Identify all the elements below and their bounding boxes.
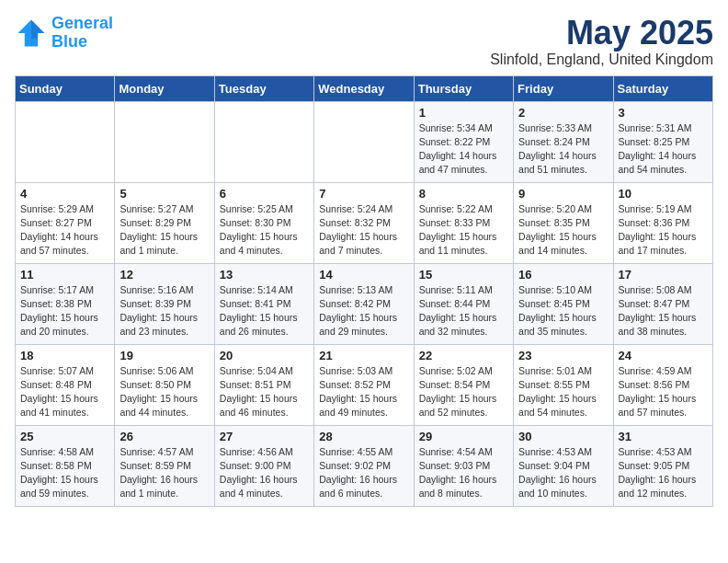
calendar-table: SundayMondayTuesdayWednesdayThursdayFrid… [15, 75, 713, 507]
calendar-cell: 31Sunrise: 4:53 AMSunset: 9:05 PMDayligh… [613, 425, 712, 506]
day-content: Sunrise: 4:58 AMSunset: 8:58 PMDaylight:… [20, 445, 109, 501]
day-number: 27 [220, 430, 309, 443]
day-number: 4 [20, 187, 109, 201]
day-number: 20 [220, 349, 309, 362]
day-content: Sunrise: 4:53 AMSunset: 9:05 PMDaylight:… [619, 445, 708, 501]
day-number: 15 [419, 268, 508, 282]
calendar-cell: 24Sunrise: 4:59 AMSunset: 8:56 PMDayligh… [613, 344, 712, 425]
calendar-cell: 5Sunrise: 5:27 AMSunset: 8:29 PMDaylight… [115, 182, 214, 263]
calendar-cell: 9Sunrise: 5:20 AMSunset: 8:35 PMDaylight… [514, 182, 613, 263]
calendar-cell: 20Sunrise: 5:04 AMSunset: 8:51 PMDayligh… [214, 344, 313, 425]
calendar-cell [214, 101, 313, 182]
day-content: Sunrise: 5:31 AMSunset: 8:25 PMDaylight:… [619, 121, 708, 178]
day-content: Sunrise: 4:53 AMSunset: 9:04 PMDaylight:… [518, 445, 608, 501]
col-header-wednesday: Wednesday [314, 75, 414, 101]
day-content: Sunrise: 5:01 AMSunset: 8:55 PMDaylight:… [518, 364, 608, 420]
day-number: 19 [119, 349, 209, 362]
day-number: 25 [20, 430, 109, 443]
calendar-cell: 8Sunrise: 5:22 AMSunset: 8:33 PMDaylight… [414, 182, 513, 263]
day-number: 24 [619, 349, 708, 362]
day-content: Sunrise: 4:55 AMSunset: 9:02 PMDaylight:… [319, 445, 408, 501]
calendar-cell: 17Sunrise: 5:08 AMSunset: 8:47 PMDayligh… [613, 263, 712, 344]
logo-icon [15, 17, 48, 50]
title-block: May 2025 Slinfold, England, United Kingd… [490, 15, 713, 68]
calendar-cell: 25Sunrise: 4:58 AMSunset: 8:58 PMDayligh… [16, 425, 115, 506]
calendar-cell: 7Sunrise: 5:24 AMSunset: 8:32 PMDaylight… [314, 182, 414, 263]
calendar-body: 1Sunrise: 5:34 AMSunset: 8:22 PMDaylight… [16, 101, 713, 506]
day-number: 31 [619, 430, 708, 443]
calendar-week-row: 18Sunrise: 5:07 AMSunset: 8:48 PMDayligh… [16, 344, 713, 425]
calendar-cell: 22Sunrise: 5:02 AMSunset: 8:54 PMDayligh… [414, 344, 513, 425]
calendar-cell [314, 101, 414, 182]
calendar-cell [115, 101, 214, 182]
day-content: Sunrise: 4:57 AMSunset: 8:59 PMDaylight:… [119, 445, 209, 501]
calendar-cell: 6Sunrise: 5:25 AMSunset: 8:30 PMDaylight… [214, 182, 313, 263]
calendar-cell [16, 101, 115, 182]
col-header-saturday: Saturday [613, 75, 712, 101]
day-number: 14 [319, 268, 408, 282]
day-content: Sunrise: 5:13 AMSunset: 8:42 PMDaylight:… [319, 283, 408, 339]
calendar-week-row: 11Sunrise: 5:17 AMSunset: 8:38 PMDayligh… [16, 263, 713, 344]
day-content: Sunrise: 5:17 AMSunset: 8:38 PMDaylight:… [20, 283, 109, 339]
day-content: Sunrise: 5:14 AMSunset: 8:41 PMDaylight:… [220, 283, 309, 339]
day-number: 9 [518, 187, 608, 201]
calendar-cell: 30Sunrise: 4:53 AMSunset: 9:04 PMDayligh… [514, 425, 613, 506]
day-content: Sunrise: 5:33 AMSunset: 8:24 PMDaylight:… [518, 121, 608, 178]
day-content: Sunrise: 4:59 AMSunset: 8:56 PMDaylight:… [619, 364, 708, 420]
calendar-cell: 18Sunrise: 5:07 AMSunset: 8:48 PMDayligh… [16, 344, 115, 425]
calendar-cell: 15Sunrise: 5:11 AMSunset: 8:44 PMDayligh… [414, 263, 513, 344]
day-content: Sunrise: 5:20 AMSunset: 8:35 PMDaylight:… [518, 202, 608, 259]
calendar-cell: 13Sunrise: 5:14 AMSunset: 8:41 PMDayligh… [214, 263, 313, 344]
logo: General Blue [15, 15, 113, 52]
calendar-cell: 28Sunrise: 4:55 AMSunset: 9:02 PMDayligh… [314, 425, 414, 506]
day-content: Sunrise: 5:07 AMSunset: 8:48 PMDaylight:… [20, 364, 109, 420]
day-content: Sunrise: 5:16 AMSunset: 8:39 PMDaylight:… [119, 283, 209, 339]
calendar-week-row: 25Sunrise: 4:58 AMSunset: 8:58 PMDayligh… [16, 425, 713, 506]
day-number: 23 [518, 349, 608, 362]
day-number: 29 [419, 430, 508, 443]
calendar-cell: 14Sunrise: 5:13 AMSunset: 8:42 PMDayligh… [314, 263, 414, 344]
day-content: Sunrise: 5:11 AMSunset: 8:44 PMDaylight:… [419, 283, 508, 339]
calendar-cell: 21Sunrise: 5:03 AMSunset: 8:52 PMDayligh… [314, 344, 414, 425]
day-number: 1 [419, 106, 508, 120]
day-content: Sunrise: 5:02 AMSunset: 8:54 PMDaylight:… [419, 364, 508, 420]
calendar-cell: 27Sunrise: 4:56 AMSunset: 9:00 PMDayligh… [214, 425, 313, 506]
col-header-thursday: Thursday [414, 75, 513, 101]
calendar-cell: 4Sunrise: 5:29 AMSunset: 8:27 PMDaylight… [16, 182, 115, 263]
day-number: 16 [518, 268, 608, 282]
day-number: 21 [319, 349, 408, 362]
calendar-header-row: SundayMondayTuesdayWednesdayThursdayFrid… [16, 75, 713, 101]
day-number: 11 [20, 268, 109, 282]
day-number: 13 [220, 268, 309, 282]
calendar-cell: 19Sunrise: 5:06 AMSunset: 8:50 PMDayligh… [115, 344, 214, 425]
day-content: Sunrise: 5:19 AMSunset: 8:36 PMDaylight:… [619, 202, 708, 259]
day-content: Sunrise: 5:10 AMSunset: 8:45 PMDaylight:… [518, 283, 608, 339]
day-number: 22 [419, 349, 508, 362]
col-header-sunday: Sunday [16, 75, 115, 101]
calendar-cell: 23Sunrise: 5:01 AMSunset: 8:55 PMDayligh… [514, 344, 613, 425]
day-number: 8 [419, 187, 508, 201]
day-content: Sunrise: 4:54 AMSunset: 9:03 PMDaylight:… [419, 445, 508, 501]
col-header-monday: Monday [115, 75, 214, 101]
day-content: Sunrise: 5:34 AMSunset: 8:22 PMDaylight:… [419, 121, 508, 178]
col-header-friday: Friday [514, 75, 613, 101]
day-content: Sunrise: 5:06 AMSunset: 8:50 PMDaylight:… [119, 364, 209, 420]
day-content: Sunrise: 5:03 AMSunset: 8:52 PMDaylight:… [319, 364, 408, 420]
day-content: Sunrise: 5:29 AMSunset: 8:27 PMDaylight:… [20, 202, 109, 259]
day-number: 2 [518, 106, 608, 120]
page-header: General Blue May 2025 Slinfold, England,… [15, 15, 713, 68]
calendar-cell: 3Sunrise: 5:31 AMSunset: 8:25 PMDaylight… [613, 101, 712, 182]
day-number: 28 [319, 430, 408, 443]
calendar-cell: 2Sunrise: 5:33 AMSunset: 8:24 PMDaylight… [514, 101, 613, 182]
day-content: Sunrise: 5:08 AMSunset: 8:47 PMDaylight:… [619, 283, 708, 339]
calendar-cell: 1Sunrise: 5:34 AMSunset: 8:22 PMDaylight… [414, 101, 513, 182]
calendar-week-row: 1Sunrise: 5:34 AMSunset: 8:22 PMDaylight… [16, 101, 713, 182]
day-number: 6 [220, 187, 309, 201]
calendar-cell: 16Sunrise: 5:10 AMSunset: 8:45 PMDayligh… [514, 263, 613, 344]
calendar-cell: 11Sunrise: 5:17 AMSunset: 8:38 PMDayligh… [16, 263, 115, 344]
col-header-tuesday: Tuesday [214, 75, 313, 101]
day-content: Sunrise: 5:25 AMSunset: 8:30 PMDaylight:… [220, 202, 309, 259]
day-content: Sunrise: 5:27 AMSunset: 8:29 PMDaylight:… [119, 202, 209, 259]
calendar-cell: 10Sunrise: 5:19 AMSunset: 8:36 PMDayligh… [613, 182, 712, 263]
day-content: Sunrise: 5:22 AMSunset: 8:33 PMDaylight:… [419, 202, 508, 259]
